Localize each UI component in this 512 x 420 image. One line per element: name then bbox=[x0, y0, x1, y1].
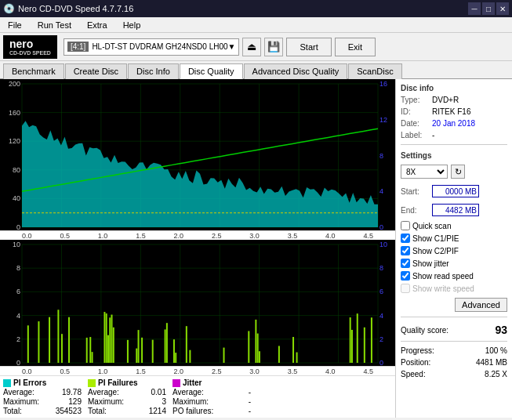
pi-errors-label: PI Errors bbox=[3, 378, 82, 387]
stat-group-jitter: Jitter Average: - Maximum: - PO failures… bbox=[172, 378, 251, 415]
show-jitter-label: Show jitter bbox=[412, 259, 449, 268]
exit-button[interactable]: Exit bbox=[335, 38, 376, 56]
speed-value: 8.25 X bbox=[485, 370, 507, 378]
divider3 bbox=[401, 341, 507, 342]
jitter-avg-row: Average: - bbox=[172, 388, 251, 396]
speed-row: Speed: 8.25 X bbox=[401, 370, 507, 378]
start-button[interactable]: Start bbox=[286, 38, 331, 56]
label-row: Label: - bbox=[401, 131, 507, 139]
position-value: 4481 MB bbox=[476, 358, 507, 367]
tab-advanced-disc-quality[interactable]: Advanced Disc Quality bbox=[244, 63, 348, 79]
tab-create-disc[interactable]: Create Disc bbox=[65, 63, 127, 79]
menu-run-test[interactable]: Run Test bbox=[33, 19, 76, 31]
minimize-button[interactable]: ─ bbox=[468, 2, 481, 15]
pi-errors-total-row: Total: 354523 bbox=[3, 407, 82, 415]
position-row: Position: 4481 MB bbox=[401, 358, 507, 367]
divider1 bbox=[401, 144, 507, 145]
drive-name: HL-DT-ST DVDRAM GH24NSD0 LH00 bbox=[92, 42, 227, 51]
pi-failures-max-row: Maximum: 3 bbox=[88, 397, 166, 406]
jitter-color bbox=[172, 379, 180, 387]
show-c1pie-checkbox[interactable] bbox=[401, 234, 410, 243]
disc-info-title: Disc info bbox=[401, 84, 507, 92]
show-c1pie-label: Show C1/PIE bbox=[412, 234, 459, 243]
tab-disc-quality[interactable]: Disc Quality bbox=[180, 63, 243, 79]
pi-failures-label: PI Failures bbox=[88, 378, 166, 387]
show-read-speed-row: Show read speed bbox=[401, 271, 507, 281]
quality-score-row: Quality score: 93 bbox=[401, 324, 507, 336]
pi-failures-avg-row: Average: 0.01 bbox=[88, 388, 166, 396]
chart1-x-axis: 0.0 0.5 1.0 1.5 2.0 2.5 3.0 3.5 4.0 4.5 bbox=[0, 231, 395, 240]
quick-scan-checkbox[interactable] bbox=[401, 221, 410, 230]
stat-group-pi-failures: PI Failures Average: 0.01 Maximum: 3 Tot… bbox=[88, 378, 166, 415]
menu-help[interactable]: Help bbox=[118, 19, 146, 31]
pi-failures-color bbox=[88, 379, 96, 387]
start-mb-input[interactable] bbox=[432, 185, 479, 197]
save-button[interactable]: 💾 bbox=[264, 38, 283, 56]
chart2-x-axis: 0.0 0.5 1.0 1.5 2.0 2.5 3.0 3.5 4.0 4.5 bbox=[0, 367, 395, 375]
show-jitter-row: Show jitter bbox=[401, 259, 507, 268]
settings-title: Settings bbox=[401, 151, 507, 160]
show-c2pif-checkbox[interactable] bbox=[401, 246, 410, 255]
show-c1pie-row: Show C1/PIE bbox=[401, 234, 507, 243]
speed-settings-row: 8X 4X 6X Maximum ↻ bbox=[401, 165, 507, 179]
chart1-canvas bbox=[0, 79, 395, 230]
menu-extra[interactable]: Extra bbox=[82, 19, 112, 31]
progress-value: 100 % bbox=[485, 346, 507, 355]
quality-score-value: 93 bbox=[495, 324, 507, 336]
drive-port-label: [4:1] bbox=[67, 42, 89, 52]
show-c2pif-row: Show C2/PIF bbox=[401, 246, 507, 255]
tab-scan-disc[interactable]: ScanDisc bbox=[348, 63, 401, 79]
nero-logo: nero CD-DVD SPEED bbox=[3, 35, 57, 59]
stats-area: PI Errors Average: 19.78 Maximum: 129 To… bbox=[0, 375, 395, 418]
advanced-button[interactable]: Advanced bbox=[455, 298, 507, 312]
show-c2pif-label: Show C2/PIF bbox=[412, 247, 459, 255]
show-write-speed-row: Show write speed bbox=[401, 284, 507, 293]
progress-label: Progress: bbox=[401, 346, 434, 355]
start-mb-row: Start: bbox=[401, 185, 507, 197]
charts-area: 0.0 0.5 1.0 1.5 2.0 2.5 3.0 3.5 4.0 4.5 … bbox=[0, 79, 396, 418]
chart1-container bbox=[0, 79, 395, 231]
chart2-container bbox=[0, 240, 395, 367]
show-write-speed-label: Show write speed bbox=[412, 284, 474, 293]
show-write-speed-checkbox bbox=[401, 284, 410, 293]
position-label: Position: bbox=[401, 358, 430, 367]
speed-label: Speed: bbox=[401, 370, 426, 378]
id-row: ID: RITEK F16 bbox=[401, 107, 507, 116]
menu-file[interactable]: File bbox=[3, 19, 27, 31]
type-row: Type: DVD+R bbox=[401, 96, 507, 104]
stat-group-pi-errors: PI Errors Average: 19.78 Maximum: 129 To… bbox=[3, 378, 82, 415]
maximize-button[interactable]: □ bbox=[482, 2, 495, 15]
refresh-button[interactable]: ↻ bbox=[451, 165, 465, 179]
show-read-speed-label: Show read speed bbox=[412, 272, 474, 281]
divider2 bbox=[401, 317, 507, 317]
main-content: 0.0 0.5 1.0 1.5 2.0 2.5 3.0 3.5 4.0 4.5 … bbox=[0, 79, 512, 418]
quick-scan-label: Quick scan bbox=[412, 222, 451, 230]
pi-errors-max-row: Maximum: 129 bbox=[3, 397, 82, 406]
date-row: Date: 20 Jan 2018 bbox=[401, 119, 507, 128]
toolbar: nero CD-DVD SPEED [4:1] HL-DT-ST DVDRAM … bbox=[0, 33, 512, 61]
quality-score-label: Quality score: bbox=[401, 326, 448, 335]
speed-select[interactable]: 8X 4X 6X Maximum bbox=[401, 165, 448, 179]
chart2-canvas bbox=[0, 240, 395, 366]
tab-benchmark[interactable]: Benchmark bbox=[3, 63, 64, 79]
app-title: Nero CD-DVD Speed 4.7.7.16 bbox=[18, 4, 133, 13]
jitter-label: Jitter bbox=[172, 378, 251, 387]
pi-errors-color bbox=[3, 379, 11, 387]
eject-button[interactable]: ⏏ bbox=[242, 38, 261, 56]
jitter-po-row: PO failures: - bbox=[172, 407, 251, 415]
menu-bar: File Run Test Extra Help bbox=[0, 17, 512, 33]
progress-row: Progress: 100 % bbox=[401, 346, 507, 355]
pi-errors-avg-row: Average: 19.78 bbox=[3, 388, 82, 396]
end-mb-input[interactable] bbox=[432, 204, 479, 216]
jitter-max-row: Maximum: - bbox=[172, 397, 251, 406]
tab-disc-info[interactable]: Disc Info bbox=[128, 63, 179, 79]
show-jitter-checkbox[interactable] bbox=[401, 259, 410, 268]
pi-failures-total-row: Total: 1214 bbox=[88, 407, 166, 415]
show-read-speed-checkbox[interactable] bbox=[401, 271, 410, 281]
drive-selector[interactable]: [4:1] HL-DT-ST DVDRAM GH24NSD0 LH00 ▼ bbox=[64, 38, 240, 56]
sidebar: Disc info Type: DVD+R ID: RITEK F16 Date… bbox=[396, 79, 512, 418]
title-bar: 💿 Nero CD-DVD Speed 4.7.7.16 ─ □ ✕ bbox=[0, 0, 512, 17]
app-icon: 💿 bbox=[3, 3, 15, 14]
end-mb-row: End: bbox=[401, 204, 507, 216]
close-button[interactable]: ✕ bbox=[496, 2, 509, 15]
